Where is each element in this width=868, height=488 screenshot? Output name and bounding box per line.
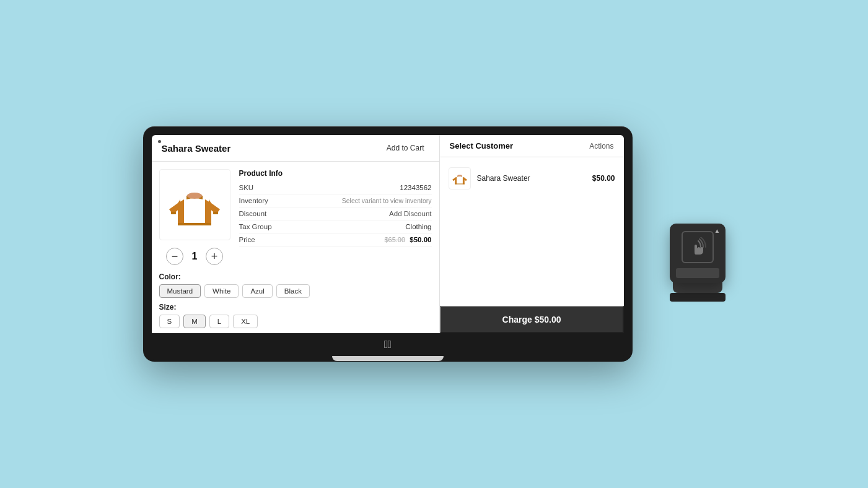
svg-rect-2 xyxy=(178,223,211,225)
discount-value[interactable]: Add Discount xyxy=(389,210,431,217)
svg-rect-6 xyxy=(455,183,465,184)
panel-header: Sahara Sweater Add to Cart xyxy=(152,135,439,162)
hp-logo: 𝑕𝑝 xyxy=(384,338,391,351)
cart-items-list: Sahara Sweater $50.00 xyxy=(440,157,624,306)
info-row-sku: SKU 12343562 xyxy=(239,181,432,194)
color-buttons: Mustard White Azul Black xyxy=(159,284,432,298)
actions-label[interactable]: Actions xyxy=(589,142,613,150)
monitor: Sahara Sweater Add to Cart xyxy=(143,126,633,362)
contactless-icon xyxy=(686,237,709,257)
quantity-value: 1 xyxy=(188,251,201,262)
screen: Sahara Sweater Add to Cart xyxy=(152,135,624,333)
color-black-button[interactable]: Black xyxy=(276,284,310,298)
monitor-bezel: Sahara Sweater Add to Cart xyxy=(152,135,624,333)
nfc-display xyxy=(682,231,714,263)
size-xl-button[interactable]: XL xyxy=(233,315,258,328)
price-value: $65.00 $50.00 xyxy=(384,236,431,243)
card-reader-wrap: ▲ xyxy=(670,224,726,302)
color-white-button[interactable]: White xyxy=(204,284,239,298)
hp-logo-area: 𝑕𝑝 xyxy=(152,333,624,355)
cart-item-name: Sahara Sweater xyxy=(477,174,586,183)
cart-item-price: $50.00 xyxy=(592,174,615,183)
color-mustard-button[interactable]: Mustard xyxy=(159,284,201,298)
inventory-label: Inventory xyxy=(239,197,268,204)
product-title: Sahara Sweater xyxy=(162,143,231,154)
price-original: $65.00 xyxy=(384,236,405,243)
info-row-taxgroup: Tax Group Clothing xyxy=(239,220,432,233)
size-s-button[interactable]: S xyxy=(159,315,180,328)
cart-item-image xyxy=(449,167,471,190)
left-body: − 1 + Product Info SKU 12343562 xyxy=(152,162,439,272)
price-discounted: $50.00 xyxy=(410,236,431,243)
monitor-base xyxy=(152,355,624,362)
add-to-cart-button[interactable]: Add to Cart xyxy=(382,141,429,155)
svg-point-1 xyxy=(187,193,202,199)
size-l-button[interactable]: L xyxy=(209,315,229,328)
cart-sweater-icon xyxy=(452,170,468,186)
tax-group-label: Tax Group xyxy=(239,223,272,230)
quantity-row: − 1 + xyxy=(166,248,223,265)
tax-group-value: Clothing xyxy=(405,223,431,230)
sku-value: 12343562 xyxy=(400,184,431,191)
svg-rect-4 xyxy=(213,212,218,214)
card-stripe xyxy=(676,268,719,278)
info-row-inventory: Inventory Select variant to view invento… xyxy=(239,194,432,207)
left-panel: Sahara Sweater Add to Cart xyxy=(152,135,440,333)
reader-dock xyxy=(673,282,722,293)
sku-label: SKU xyxy=(239,184,254,191)
size-buttons: S M L XL xyxy=(159,315,432,328)
card-reader: ▲ xyxy=(670,224,726,283)
product-top: − 1 + Product Info SKU 12343562 xyxy=(159,169,432,265)
color-label: Color: xyxy=(159,272,432,281)
color-options-area: Color: Mustard White Azul Black xyxy=(152,272,439,303)
product-info-table: Product Info SKU 12343562 Inventory Sele… xyxy=(239,169,432,265)
color-azul-button[interactable]: Azul xyxy=(242,284,272,298)
increase-qty-button[interactable]: + xyxy=(206,248,223,265)
svg-point-5 xyxy=(457,175,462,176)
info-row-price: Price $65.00 $50.00 xyxy=(239,233,432,246)
scene: Sahara Sweater Add to Cart xyxy=(143,126,726,362)
price-label: Price xyxy=(239,236,255,243)
cart-item: Sahara Sweater $50.00 xyxy=(449,163,615,193)
size-options-area: Size: S M L XL xyxy=(152,303,439,333)
discount-label: Discount xyxy=(239,210,267,217)
product-image xyxy=(159,169,230,240)
sweater-icon xyxy=(167,177,222,233)
info-row-discount: Discount Add Discount xyxy=(239,207,432,220)
reader-base xyxy=(670,293,726,302)
svg-rect-3 xyxy=(171,212,176,214)
monitor-dot xyxy=(158,140,161,143)
right-panel: Select Customer Actions xyxy=(440,135,624,333)
product-image-area: − 1 + xyxy=(159,169,230,265)
right-header: Select Customer Actions xyxy=(440,135,624,157)
decrease-qty-button[interactable]: − xyxy=(166,248,183,265)
size-label: Size: xyxy=(159,303,432,312)
size-m-button[interactable]: M xyxy=(183,315,206,328)
charge-button[interactable]: Charge $50.00 xyxy=(440,306,624,333)
wifi-icon: ▲ xyxy=(714,227,721,234)
select-customer-title: Select Customer xyxy=(450,141,514,150)
product-info-title: Product Info xyxy=(239,169,432,178)
monitor-feet xyxy=(332,356,444,361)
inventory-value: Select variant to view inventory xyxy=(342,197,432,204)
